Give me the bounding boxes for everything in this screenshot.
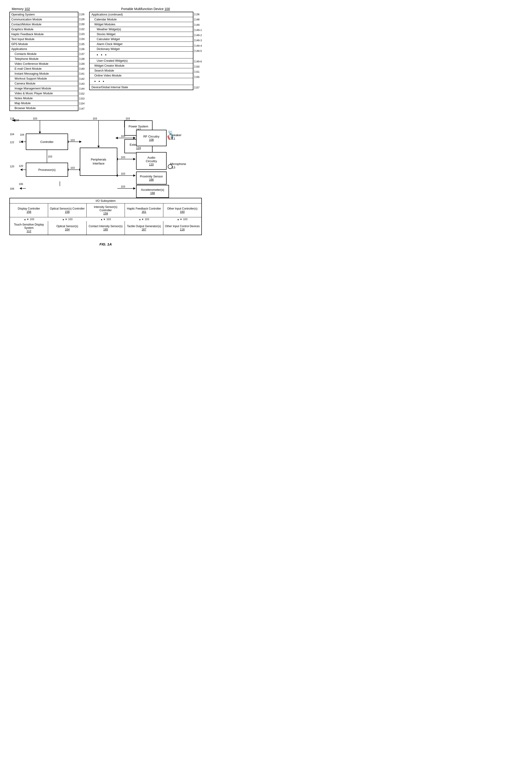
io-arrow-ref: 103 bbox=[30, 218, 34, 221]
dev-ref-label: 151 bbox=[194, 69, 202, 74]
io-controller-cell: Optical Sensor(s) Controller158 bbox=[48, 203, 86, 217]
dev-row: Widget Modules bbox=[90, 22, 193, 27]
svg-marker-39 bbox=[133, 174, 136, 177]
dev-ref-label: 149-3 bbox=[194, 38, 202, 43]
svg-marker-31 bbox=[133, 137, 136, 139]
dev-ref-label: 149 bbox=[194, 22, 202, 28]
io-arrow-cell: ▲▼103 bbox=[10, 217, 48, 221]
audio-ref: 110 bbox=[149, 163, 154, 166]
mem-row: Operating System bbox=[10, 12, 78, 17]
accel-box: Accelerometer(s) 168 bbox=[136, 185, 169, 198]
accel-ref: 168 bbox=[150, 191, 155, 195]
svg-text:103: 103 bbox=[93, 117, 97, 120]
dev-row: Stocks Widget bbox=[90, 32, 193, 37]
dev-row: Weather Widget(s) bbox=[90, 27, 193, 32]
io-device-cell: Other Input Control Devices116 bbox=[163, 221, 201, 235]
io-controller-cell: Other Input Controller(s)160 bbox=[163, 203, 201, 217]
mem-row: Telephone Module bbox=[10, 56, 78, 61]
io-subsystem: I/O Subsystem Display Controller156Optic… bbox=[9, 198, 202, 235]
mem-row: Applications bbox=[10, 47, 78, 52]
mem-ref-label: 130 bbox=[79, 22, 85, 27]
mem-ref-label: 144 bbox=[79, 86, 85, 91]
dev-row: Alarm Clock Widget bbox=[90, 42, 193, 47]
memory-refs-col: 1261281301321331341351361371381391401411… bbox=[78, 12, 85, 111]
mem-ref-label: 128 bbox=[79, 17, 85, 22]
io-controllers-row: Display Controller156Optical Sensor(s) C… bbox=[10, 203, 201, 217]
dev-ref-label: 136 bbox=[194, 12, 202, 17]
mem-row: Communication Module bbox=[10, 17, 78, 22]
dev-row: Dictionary Widget bbox=[90, 47, 193, 52]
mem-row: Instant Messaging Module bbox=[10, 71, 78, 76]
mem-ref-label: 133 bbox=[79, 32, 85, 37]
mem-row: GPS Module bbox=[10, 42, 78, 47]
controller-label: Controller bbox=[40, 140, 53, 144]
svg-marker-35 bbox=[133, 158, 136, 160]
dev-ref-label: 150 bbox=[194, 64, 202, 69]
dev-row: Widget Creator Module bbox=[90, 63, 193, 68]
svg-text:103: 103 bbox=[121, 172, 125, 175]
io-arrow-cell: ▲▼103 bbox=[48, 217, 86, 221]
svg-text:104: 104 bbox=[20, 133, 24, 136]
top-section: Memory 102 Operating SystemCommunication… bbox=[9, 7, 202, 111]
mic-icon bbox=[168, 164, 173, 169]
io-arrow-cell: ▲▼103 bbox=[163, 217, 201, 221]
mem-ref-label: 153 bbox=[79, 96, 85, 101]
dev-row: • • • bbox=[90, 52, 193, 58]
dev-ref-label: 149-4 bbox=[194, 43, 202, 48]
ref-122: 122 bbox=[10, 141, 14, 144]
dev-row: Online Video Module bbox=[90, 73, 193, 78]
svg-text:103: 103 bbox=[121, 185, 125, 188]
proximity-box: Proximity Sensor 166 bbox=[136, 172, 167, 185]
svg-text:118: 118 bbox=[10, 117, 14, 120]
audio-label: AudioCircuitry bbox=[146, 156, 157, 163]
mem-ref-label: 154 bbox=[79, 101, 85, 106]
mem-ref-label: 140 bbox=[79, 66, 85, 71]
device-block: Portable Multifunction Device 100 Applic… bbox=[89, 7, 202, 90]
ref-106: 106 bbox=[10, 187, 14, 190]
accel-label: Accelerometer(s) bbox=[141, 188, 164, 191]
mem-ref-label: 142 bbox=[79, 76, 85, 81]
device-ref: 100 bbox=[165, 7, 170, 11]
svg-text:106: 106 bbox=[19, 183, 23, 186]
mem-ref-label: 136 bbox=[79, 46, 85, 51]
mem-row: Workout Support Module bbox=[10, 76, 78, 81]
io-arrow-ref: 103 bbox=[68, 218, 72, 221]
io-arrow-ref: 103 bbox=[107, 218, 111, 221]
proximity-label: Proximity Sensor bbox=[140, 175, 163, 178]
dev-ref-label bbox=[194, 53, 202, 59]
rf-box: RF Circuitry 108 bbox=[136, 130, 167, 146]
mem-row: Contacts Module bbox=[10, 52, 78, 56]
external-ref: 124 bbox=[136, 146, 141, 150]
dev-row: User-Created Widget(s) bbox=[90, 58, 193, 63]
dev-row: Applications (continued) bbox=[90, 12, 193, 17]
diagram-container: Memory 102 Operating SystemCommunication… bbox=[9, 7, 202, 246]
peripherals-label: PeripheralsInterface bbox=[91, 158, 106, 166]
dev-ref-label: 149-6 bbox=[194, 59, 202, 64]
device-with-refs: Applications (continued)Calendar ModuleW… bbox=[89, 12, 202, 90]
svg-text:103: 103 bbox=[70, 166, 75, 169]
io-arrow-ref: 103 bbox=[183, 218, 187, 221]
svg-marker-32 bbox=[115, 137, 118, 139]
memory-ref: 102 bbox=[25, 7, 30, 11]
mem-row: Haptic Feedback Module bbox=[10, 32, 78, 37]
mic-label: Microphone113 bbox=[170, 162, 186, 169]
mem-row: Browser Module bbox=[10, 106, 78, 111]
svg-marker-43 bbox=[133, 187, 136, 190]
dev-row: Search Module bbox=[90, 68, 193, 73]
mem-ref-label: 126 bbox=[79, 12, 85, 17]
mem-ref-label: 135 bbox=[79, 41, 85, 46]
svg-text:103: 103 bbox=[48, 155, 52, 158]
io-title: I/O Subsystem bbox=[10, 198, 201, 203]
mem-ref-label: 152 bbox=[79, 91, 85, 96]
mem-ref-label: 134 bbox=[79, 37, 85, 41]
svg-text:122: 122 bbox=[19, 140, 23, 143]
dev-ref-label: 149-1 bbox=[194, 28, 202, 33]
mem-ref-label: 139 bbox=[79, 61, 85, 66]
memory-block: Memory 102 Operating SystemCommunication… bbox=[9, 7, 85, 111]
device-refs-col: 136148149149-1149-2149-3149-4149-5149-61… bbox=[193, 12, 202, 90]
mem-row: E-mail Client Module bbox=[10, 66, 78, 71]
mem-row: Image Management Module bbox=[10, 86, 78, 91]
io-controller-cell: Haptic Feedback Controller161 bbox=[125, 203, 163, 217]
mem-row: Notes Module bbox=[10, 96, 78, 101]
io-devices-row: Touch-Sensitive Display System112Optical… bbox=[10, 221, 201, 235]
